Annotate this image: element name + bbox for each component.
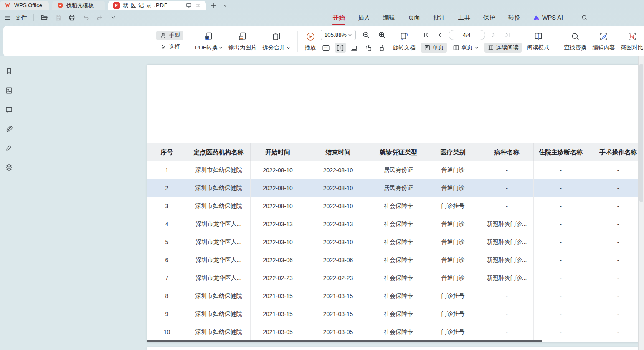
- attachments-panel-button[interactable]: [4, 123, 15, 134]
- table-cell: -: [534, 323, 588, 341]
- comments-panel-button[interactable]: [4, 104, 15, 115]
- single-page-button[interactable]: 单页: [421, 43, 447, 53]
- fit-width-button[interactable]: [335, 43, 346, 53]
- screenshot-compare-button[interactable]: 截图对比: [618, 31, 644, 51]
- tab-list-dropdown[interactable]: [221, 1, 229, 10]
- tab-document-pdf[interactable]: P 就 医 记 录 .PDF: [108, 1, 206, 10]
- quick-access-dropdown[interactable]: [108, 13, 118, 23]
- pdf-page[interactable]: 序号定点医药机构名称开始时间结束时间就诊凭证类型医疗类别病种名称住院主诊断名称手…: [147, 65, 644, 342]
- find-replace-button[interactable]: 查找替换: [561, 31, 590, 51]
- menu-annotate[interactable]: 批注: [433, 12, 446, 23]
- menu-search-button[interactable]: [581, 14, 588, 21]
- plus-icon: [210, 2, 217, 9]
- new-tab-button[interactable]: [209, 1, 218, 10]
- menu-bar: 开始 插入 编辑 页面 批注 工具 保护 转换 WPS AI: [332, 12, 588, 23]
- medical-records-table: 序号定点医药机构名称开始时间结束时间就诊凭证类型医疗类别病种名称住院主诊断名称手…: [147, 143, 644, 341]
- table-cell: 居民身份证: [371, 161, 426, 179]
- actual-size-button[interactable]: 1:1: [321, 43, 332, 53]
- continuous-reading-button[interactable]: 连续阅读: [484, 43, 522, 53]
- table-row: 6深圳市龙华区人...2022-03-062022-03-06社会保障卡普通门诊…: [147, 251, 644, 269]
- hand-tool-button[interactable]: 手型: [156, 31, 183, 40]
- table-cell: 新冠肺炎门诊...: [480, 215, 534, 233]
- close-tab-icon[interactable]: [195, 3, 201, 8]
- divider: [297, 31, 298, 52]
- open-file-button[interactable]: [39, 13, 49, 23]
- page-number-input[interactable]: 4/4: [449, 30, 485, 40]
- table-cell: 深圳市龙华区人...: [187, 215, 251, 233]
- thumbnail-image-icon: [5, 87, 13, 95]
- tab-docer-templates[interactable]: 找稻壳模板: [52, 1, 105, 10]
- menu-protect[interactable]: 保护: [483, 12, 496, 23]
- table-cell: -: [588, 161, 644, 179]
- menu-home[interactable]: 开始: [332, 12, 345, 23]
- rotate-left-button[interactable]: [363, 43, 374, 53]
- thumbnails-panel-button[interactable]: [4, 85, 15, 96]
- svg-text:P: P: [115, 3, 118, 8]
- find-replace-icon: [571, 32, 580, 41]
- last-page-button[interactable]: [502, 30, 513, 40]
- table-cell: 2022-03-10: [251, 233, 305, 251]
- book-icon: [534, 32, 543, 41]
- main-menu-icon[interactable]: [4, 14, 11, 21]
- edit-content-icon: [599, 32, 608, 41]
- tab-wps-office[interactable]: WPS Office: [0, 1, 49, 10]
- print-button[interactable]: [67, 13, 77, 23]
- split-merge-button[interactable]: 拆分合并: [260, 31, 293, 51]
- table-cell: 社会保障卡: [371, 197, 426, 215]
- export-image-button[interactable]: 输出为图片: [226, 31, 260, 51]
- bookmarks-panel-button[interactable]: [4, 66, 15, 77]
- play-button[interactable]: 播放: [302, 31, 319, 51]
- select-tool-button[interactable]: 选择: [156, 42, 183, 51]
- table-cell: 新冠肺炎门诊...: [480, 269, 534, 287]
- table-cell: 深圳市妇幼保健院: [187, 179, 251, 197]
- zoom-in-button[interactable]: [377, 30, 388, 40]
- fit-page-button[interactable]: [349, 43, 360, 53]
- scrollbar-thumb[interactable]: [639, 64, 643, 202]
- redo-icon: [96, 14, 103, 21]
- chevron-down-icon: [219, 46, 223, 50]
- vertical-scrollbar[interactable]: [638, 56, 644, 350]
- menu-convert[interactable]: 转换: [508, 12, 521, 23]
- menu-edit[interactable]: 编辑: [383, 12, 396, 23]
- layers-panel-button[interactable]: [4, 162, 15, 173]
- table-cell: 5: [147, 233, 187, 251]
- menu-wps-ai[interactable]: WPS AI: [533, 14, 563, 21]
- table-cell: 深圳市妇幼保健院: [187, 197, 251, 215]
- pdf-convert-button[interactable]: W PDF转换: [192, 31, 226, 51]
- signature-pen-icon: [5, 144, 13, 152]
- save-button[interactable]: [53, 13, 63, 23]
- signature-panel-button[interactable]: [4, 143, 15, 153]
- rotate-document-button[interactable]: 旋转文档: [390, 31, 418, 51]
- prev-page-button[interactable]: [435, 30, 446, 40]
- table-cell: 2022-03-13: [305, 215, 371, 233]
- file-menu[interactable]: 文件: [15, 14, 27, 22]
- table-cell: -: [480, 161, 534, 179]
- table-cell: 普通门诊: [426, 161, 480, 179]
- edit-content-button[interactable]: 编辑内容: [590, 31, 618, 51]
- undo-button[interactable]: [81, 13, 91, 23]
- menu-page[interactable]: 页面: [408, 12, 421, 23]
- pdf-convert-icon: W: [204, 32, 213, 41]
- next-page-button[interactable]: [488, 30, 499, 40]
- monitor-icon[interactable]: [185, 2, 192, 9]
- chevron-down-icon: [287, 46, 290, 50]
- rotate-right-button[interactable]: [378, 43, 388, 53]
- divider: [188, 31, 188, 52]
- zoom-out-button[interactable]: [361, 30, 372, 40]
- first-page-button[interactable]: [421, 30, 432, 40]
- double-page-button[interactable]: 双页: [450, 43, 482, 53]
- zoom-level-dropdown[interactable]: 105.88%: [321, 30, 356, 40]
- table-cell: -: [534, 161, 588, 179]
- table-cell: -: [588, 233, 644, 251]
- comment-icon: [5, 106, 13, 114]
- divider: [33, 14, 34, 21]
- menu-insert[interactable]: 插入: [357, 12, 370, 23]
- table-cell: 社会保障卡: [371, 287, 426, 305]
- save-icon: [55, 14, 62, 21]
- redo-button[interactable]: [94, 13, 104, 23]
- chevron-down-icon: [475, 46, 479, 50]
- menu-tools[interactable]: 工具: [458, 12, 471, 23]
- paperclip-icon: [5, 125, 13, 133]
- table-cell: 4: [147, 215, 187, 233]
- read-mode-button[interactable]: 阅读模式: [524, 31, 553, 51]
